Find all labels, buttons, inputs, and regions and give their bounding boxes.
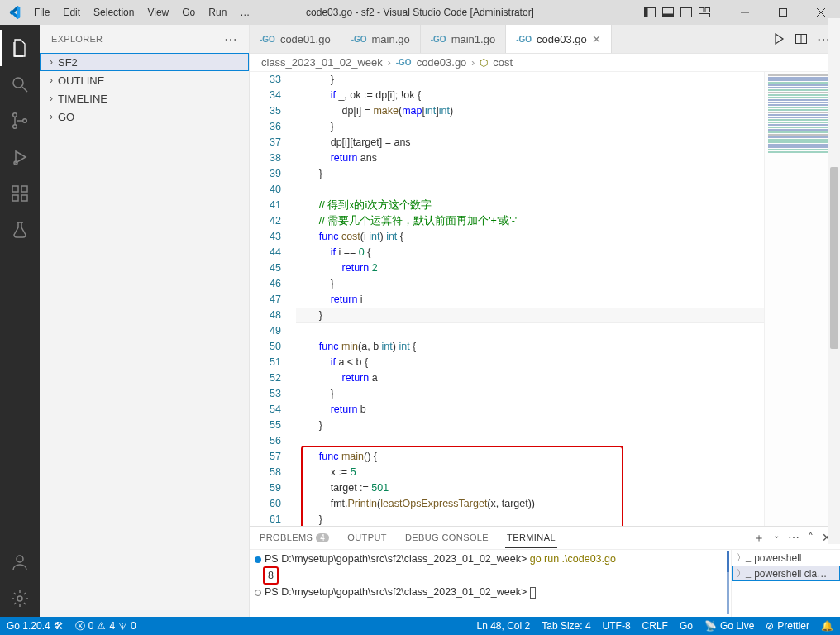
terminal-cursor xyxy=(530,587,536,599)
chevron-right-icon: › xyxy=(388,57,391,69)
editor-tab-code01-go[interactable]: -GOcode01.go xyxy=(250,25,341,53)
explorer-sidebar: EXPLORER ⋯ ›SF2›OUTLINE›TIMELINE›GO xyxy=(40,25,250,617)
terminal-icon: 〉_ xyxy=(737,551,751,564)
panel-tab-terminal[interactable]: TERMINAL xyxy=(505,528,557,548)
menu-view[interactable]: View xyxy=(141,3,174,21)
symbol-function-icon: ⬡ xyxy=(480,57,488,69)
terminal-label: powershell cla… xyxy=(754,568,827,580)
code-editor[interactable]: 3334353637383940414243444546474849505152… xyxy=(250,72,840,526)
panel-more-icon[interactable]: ⋯ xyxy=(788,531,799,546)
toggle-secondary-sidebar-icon[interactable] xyxy=(680,6,693,19)
status-problems[interactable]: ⓧ0 ⚠4 ⚠0 xyxy=(75,619,136,633)
svg-point-15 xyxy=(13,125,17,129)
menu-run[interactable]: Run xyxy=(203,3,232,21)
close-icon[interactable]: ✕ xyxy=(592,33,601,45)
code-content[interactable]: } if _, ok := dp[i]; !ok { dp[i] = make(… xyxy=(296,72,840,526)
terminal-list-item[interactable]: 〉_powershell cla… xyxy=(732,566,840,581)
menu-selection[interactable]: Selection xyxy=(88,3,140,21)
editor-tab-main1-go[interactable]: -GOmain1.go xyxy=(421,25,506,53)
activity-explorer-icon[interactable] xyxy=(0,30,40,66)
menu-bar: FileEditSelectionViewGoRun… xyxy=(28,3,255,21)
menu-…[interactable]: … xyxy=(234,3,255,21)
tools-icon: 🛠 xyxy=(54,620,64,632)
terminal-list-item[interactable]: 〉_powershell xyxy=(732,550,840,566)
panel-tab-output[interactable]: OUTPUT xyxy=(346,528,389,548)
split-editor-icon[interactable] xyxy=(795,33,807,45)
editor-tab-code03-go[interactable]: -GOcode03.go✕ xyxy=(506,25,612,53)
line-number-gutter: 3334353637383940414243444546474849505152… xyxy=(250,72,296,526)
terminal-side-list: 〉_powershell〉_powershell cla… xyxy=(731,550,840,617)
sidebar-section-go[interactable]: ›GO xyxy=(40,107,249,126)
window-maximize-button[interactable] xyxy=(764,0,802,25)
activity-run-debug-icon[interactable] xyxy=(0,139,40,175)
new-terminal-icon[interactable]: ＋ xyxy=(753,531,765,546)
menu-edit[interactable]: Edit xyxy=(57,3,86,21)
editor-scrollbar[interactable] xyxy=(828,18,840,544)
menu-file[interactable]: File xyxy=(28,3,55,21)
layout-controls[interactable] xyxy=(643,6,711,19)
toggle-panel-icon[interactable] xyxy=(661,6,675,19)
status-encoding[interactable]: UTF-8 xyxy=(603,620,631,632)
status-bar: Go 1.20.4🛠 ⓧ0 ⚠4 ⚠0 Ln 48, Col 2 Tab Siz… xyxy=(0,617,840,635)
title-bar: FileEditSelectionViewGoRun… code03.go - … xyxy=(0,0,840,25)
toggle-primary-sidebar-icon[interactable] xyxy=(643,6,656,19)
status-go-live[interactable]: 📡Go Live xyxy=(704,620,754,632)
explorer-more-icon[interactable]: ⋯ xyxy=(224,31,237,47)
terminal-output-line: 8 xyxy=(255,566,726,585)
sidebar-section-timeline[interactable]: ›TIMELINE xyxy=(40,89,249,107)
sidebar-section-sf2[interactable]: ›SF2 xyxy=(40,53,249,71)
panel-tab-debug-console[interactable]: DEBUG CONSOLE xyxy=(403,528,490,548)
chevron-right-icon: › xyxy=(45,111,58,122)
go-file-icon: -GO xyxy=(260,35,275,44)
chevron-right-icon: › xyxy=(471,57,475,69)
explorer-title: EXPLORER xyxy=(51,34,103,44)
status-prettier[interactable]: ⊘Prettier xyxy=(766,620,809,632)
breadcrumb-symbol[interactable]: cost xyxy=(493,56,513,69)
breadcrumb-folder[interactable]: class_2023_01_02_week xyxy=(261,56,383,69)
activity-testing-icon[interactable] xyxy=(0,212,40,248)
status-ln-col[interactable]: Ln 48, Col 2 xyxy=(477,620,531,632)
activity-extensions-icon[interactable] xyxy=(0,175,40,212)
svg-rect-5 xyxy=(699,8,704,12)
activity-settings-gear-icon[interactable] xyxy=(0,580,40,617)
breadcrumb-file[interactable]: code03.go xyxy=(417,56,467,69)
editor-tab-main-go[interactable]: -GOmain.go xyxy=(341,25,421,53)
activity-accounts-icon[interactable] xyxy=(0,544,40,580)
customize-layout-icon[interactable] xyxy=(698,6,711,19)
run-icon[interactable] xyxy=(772,32,785,45)
terminal-label: powershell xyxy=(754,552,801,564)
maximize-panel-icon[interactable]: ˄ xyxy=(808,531,814,546)
status-notifications-icon[interactable]: 🔔 xyxy=(821,620,833,632)
chevron-right-icon: › xyxy=(45,74,58,86)
info-icon: ⚠ xyxy=(118,620,127,632)
activity-source-control-icon[interactable] xyxy=(0,103,40,139)
breadcrumbs[interactable]: class_2023_01_02_week › -GO code03.go › … xyxy=(250,54,840,72)
status-eol[interactable]: CRLF xyxy=(642,620,668,632)
explorer-header: EXPLORER ⋯ xyxy=(40,25,249,53)
status-tab-size[interactable]: Tab Size: 4 xyxy=(542,620,590,632)
panel-tab-problems[interactable]: PROBLEMS4 xyxy=(258,528,331,548)
svg-line-13 xyxy=(22,87,27,92)
svg-rect-4 xyxy=(681,8,692,17)
svg-rect-18 xyxy=(12,186,18,192)
menu-go[interactable]: Go xyxy=(176,3,201,21)
svg-point-16 xyxy=(23,119,27,123)
status-go-version[interactable]: Go 1.20.4🛠 xyxy=(7,620,64,632)
svg-point-14 xyxy=(13,113,17,117)
window-minimize-button[interactable] xyxy=(726,0,764,25)
terminal[interactable]: PS D:\mysetup\gopath\src\sf2\class_2023_… xyxy=(250,550,731,617)
section-label: OUTLINE xyxy=(58,74,104,87)
panel-tabs: PROBLEMS4OUTPUTDEBUG CONSOLETERMINAL ＋ ⌄… xyxy=(250,527,840,550)
scrollbar-thumb[interactable] xyxy=(830,167,838,349)
activity-search-icon[interactable] xyxy=(0,66,40,103)
terminal-line: PS D:\mysetup\gopath\src\sf2\class_2023_… xyxy=(255,551,726,566)
badge: 4 xyxy=(316,533,329,542)
svg-point-12 xyxy=(13,78,23,88)
chevron-right-icon: › xyxy=(45,56,58,68)
status-language[interactable]: Go xyxy=(680,620,693,632)
svg-rect-6 xyxy=(705,8,710,12)
sidebar-section-outline[interactable]: ›OUTLINE xyxy=(40,71,249,89)
section-label: TIMELINE xyxy=(58,93,107,105)
chevron-right-icon: › xyxy=(45,93,58,104)
terminal-dropdown-icon[interactable]: ⌄ xyxy=(773,531,780,546)
